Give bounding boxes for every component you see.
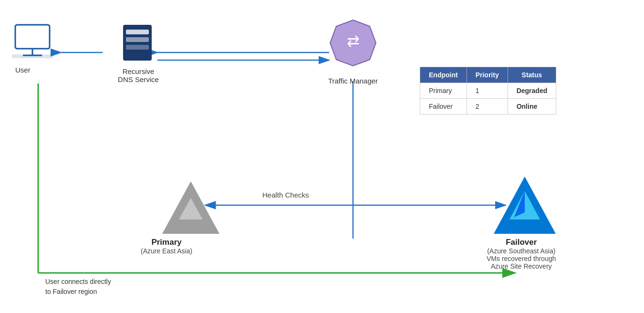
diagram: ⇄ User Recursive DNS Service Traffic Man… (0, 0, 644, 313)
svg-marker-24 (494, 177, 556, 234)
svg-marker-23 (179, 198, 203, 219)
svg-marker-26 (514, 191, 525, 217)
svg-marker-20 (330, 20, 376, 66)
svg-marker-22 (162, 181, 219, 234)
svg-marker-25 (509, 191, 540, 219)
table-row: Primary 1 Degraded (420, 83, 556, 99)
traffic-manager-label: Traffic Manager (305, 74, 401, 85)
priority-2: 2 (467, 99, 508, 115)
priority-1: 1 (467, 83, 508, 99)
health-checks-label: Health Checks (262, 191, 309, 199)
svg-rect-18 (126, 37, 149, 42)
svg-rect-12 (15, 25, 50, 49)
svg-text:⇄: ⇄ (347, 32, 360, 50)
user-label: User (15, 63, 31, 74)
col-endpoint: Endpoint (420, 67, 467, 83)
table-row: Failover 2 Online (420, 99, 556, 115)
svg-rect-16 (123, 25, 152, 61)
endpoint-primary: Primary (420, 83, 467, 99)
svg-rect-19 (126, 45, 149, 50)
endpoint-failover: Failover (420, 99, 467, 115)
status-degraded: Degraded (508, 83, 556, 99)
status-online: Online (508, 99, 556, 115)
user-connects-label: User connects directly to Failover regio… (45, 277, 111, 297)
svg-rect-15 (12, 54, 53, 58)
col-priority: Priority (467, 67, 508, 83)
primary-region-label: Primary (Azure East Asia) (141, 238, 192, 255)
endpoint-table: Endpoint Priority Status Primary 1 Degra… (420, 67, 556, 115)
recursive-dns-label: Recursive DNS Service (110, 64, 167, 83)
col-status: Status (508, 67, 556, 83)
svg-rect-17 (126, 30, 149, 34)
failover-region-label: Failover (Azure Southeast Asia) VMs reco… (487, 238, 556, 270)
